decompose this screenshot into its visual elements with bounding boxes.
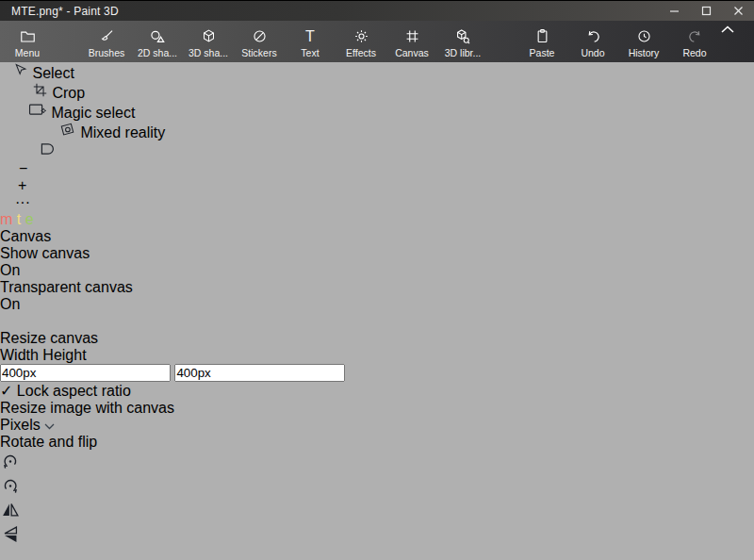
window-controls [658, 1, 754, 21]
more-options-button[interactable]: ··· [15, 194, 754, 211]
crop-icon [32, 85, 52, 101]
collapse-ribbon-button[interactable] [720, 21, 735, 62]
mixed-reality-icon [58, 124, 80, 140]
height-label: Height [42, 347, 86, 363]
resize-canvas-heading: Resize canvas [0, 330, 754, 347]
clipboard-icon [533, 27, 551, 46]
height-input[interactable] [174, 364, 345, 382]
flip-horizontal-button[interactable] [0, 500, 754, 524]
checkmark-icon: ✓ [0, 383, 12, 399]
show-canvas-state: On [0, 262, 20, 278]
canvas-settings-panel: Canvas Show canvas On Transparent canvas… [0, 228, 754, 549]
folder-icon [19, 27, 37, 46]
flip-vertical-icon [0, 524, 21, 545]
flip-horizontal-icon [0, 500, 21, 520]
flip-vertical-button[interactable] [0, 524, 754, 549]
resize-image-label: Resize image with canvas [0, 400, 174, 416]
mixed-reality-tool[interactable]: Mixed reality [58, 122, 754, 141]
3d-cube-icon [200, 27, 218, 46]
tab-text[interactable]: T Text [285, 21, 336, 62]
redo-button[interactable]: Redo [669, 21, 720, 62]
tab-2d-shapes[interactable]: 2D sha... [132, 21, 183, 62]
rotate-left-button[interactable] [0, 451, 754, 475]
tool-options-bar: Select Crop Magic select [0, 62, 754, 211]
letter-t: t [17, 211, 21, 227]
undo-icon [584, 27, 602, 46]
rotate-ccw-icon [0, 451, 21, 471]
paste-button[interactable]: Paste [516, 21, 567, 62]
rotate-flip-heading: Rotate and flip [0, 434, 754, 451]
canvas-workspace[interactable]: m t e [0, 211, 754, 228]
canvas-selection-box[interactable]: m t e [0, 211, 754, 228]
rotate-right-button[interactable] [0, 475, 754, 500]
undo-button[interactable]: Undo [567, 21, 618, 62]
panel-title: Canvas [0, 228, 754, 245]
width-input[interactable] [0, 364, 171, 382]
maximize-button[interactable] [690, 1, 722, 21]
width-label: Width [0, 347, 39, 363]
redo-icon [686, 27, 704, 46]
effects-sun-icon [352, 27, 370, 46]
transparent-canvas-state: On [0, 296, 20, 312]
sticker-icon [251, 27, 269, 46]
crop-tool[interactable]: Crop [32, 82, 754, 102]
chevron-down-icon [44, 417, 55, 433]
magic-select-tool[interactable]: Magic select [28, 102, 754, 122]
history-clock-icon [635, 27, 653, 46]
tab-3d-shapes[interactable]: 3D sha... [183, 21, 234, 62]
select-tool[interactable]: Select [12, 62, 754, 82]
chevron-up-icon [720, 25, 735, 34]
brush-icon [98, 27, 116, 46]
3d-library-icon [453, 27, 472, 46]
canvas-artwork-mte: m t e [0, 211, 754, 228]
tab-3d-library[interactable]: 3D libr... [437, 21, 488, 62]
perspective-icon [38, 143, 57, 159]
tab-brushes[interactable]: Brushes [81, 21, 132, 62]
tab-stickers[interactable]: Stickers [234, 21, 285, 62]
history-button[interactable]: History [618, 21, 669, 62]
show-canvas-label: Show canvas [0, 245, 754, 262]
paint3d-window: MTE.png* - Paint 3D Menu Brushes [0, 0, 754, 560]
zoom-in-button[interactable]: + [18, 177, 754, 194]
menu-button[interactable]: Menu [0, 21, 55, 62]
units-dropdown[interactable]: Pixels [0, 417, 754, 434]
tab-canvas[interactable]: Canvas [386, 21, 437, 62]
rotate-cw-icon [0, 475, 21, 496]
transparent-canvas-label: Transparent canvas [0, 279, 754, 296]
cursor-icon [12, 65, 32, 81]
tab-effects[interactable]: Effects [336, 21, 386, 62]
letter-e: e [25, 211, 34, 227]
window-title: MTE.png* - Paint 3D [0, 5, 119, 18]
lock-aspect-label: Lock aspect ratio [17, 383, 131, 399]
text-tool-icon: T [305, 27, 315, 46]
2d-shapes-icon [148, 27, 167, 46]
zoom-out-button[interactable]: − [19, 160, 754, 177]
magic-select-icon [28, 105, 51, 121]
letter-m: m [0, 211, 12, 227]
minimize-button[interactable] [658, 1, 690, 21]
close-button[interactable] [722, 1, 754, 21]
perspective-view-button[interactable] [38, 141, 754, 160]
lock-aspect-checkbox[interactable]: ✓ [0, 383, 12, 399]
title-bar: MTE.png* - Paint 3D [0, 0, 754, 21]
ribbon-toolbar: Menu Brushes 2D sha... 3D sha... Sticker… [0, 21, 754, 62]
units-value: Pixels [0, 417, 41, 433]
canvas-frame-icon [403, 27, 421, 46]
